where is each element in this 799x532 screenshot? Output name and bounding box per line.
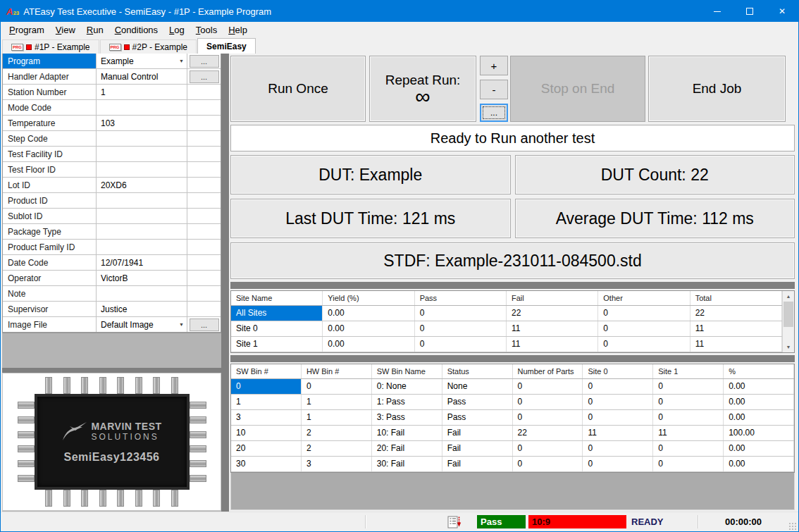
- bin-table-cell[interactable]: 0: [583, 457, 653, 471]
- property-value-field[interactable]: [97, 240, 187, 254]
- bin-table-cell[interactable]: 0: [513, 395, 583, 409]
- site-table-header-yield[interactable]: Yield (%): [323, 291, 414, 305]
- minimize-button[interactable]: [701, 1, 733, 22]
- site-table-cell[interactable]: 0: [415, 306, 507, 321]
- bin-table-cell[interactable]: 100.00: [724, 426, 794, 440]
- bin-table-cell[interactable]: 30: [231, 457, 302, 471]
- panel-splitter[interactable]: [221, 54, 229, 512]
- property-label[interactable]: Note: [3, 286, 97, 301]
- bin-table-cell[interactable]: Fail: [442, 426, 513, 440]
- bin-table-cell[interactable]: 0: [653, 457, 724, 471]
- site-table-cell[interactable]: 0: [598, 337, 690, 352]
- menu-help[interactable]: Help: [223, 23, 253, 37]
- site-table-cell[interactable]: 11: [507, 337, 598, 352]
- site-table-cell[interactable]: 22: [690, 306, 782, 321]
- bin-table-cell[interactable]: 0.00: [724, 395, 794, 409]
- site-table-cell[interactable]: 11: [690, 337, 782, 352]
- browse-button[interactable]: ...: [190, 55, 219, 68]
- site-table-cell[interactable]: 0: [415, 321, 507, 336]
- bin-table-cell[interactable]: 0: [583, 441, 653, 456]
- site-table-header-site-name[interactable]: Site Name: [231, 291, 323, 305]
- resize-grip-icon[interactable]: [788, 522, 798, 531]
- property-label[interactable]: Product Family ID: [3, 240, 97, 254]
- bin-table-cell[interactable]: 2: [302, 426, 372, 440]
- property-label[interactable]: Step Code: [3, 131, 97, 146]
- run-once-button[interactable]: Run Once: [230, 56, 366, 122]
- dropdown-arrow-icon[interactable]: ▼: [176, 322, 187, 327]
- property-value-field[interactable]: [97, 286, 187, 301]
- property-label[interactable]: Program: [3, 54, 97, 68]
- site-table-cell[interactable]: 0: [598, 321, 690, 336]
- bin-table-header-number-of-parts[interactable]: Number of Parts: [513, 364, 583, 378]
- bin-table-header-sw-bin-name[interactable]: SW Bin Name: [372, 364, 442, 378]
- bin-table-cell[interactable]: 0: [513, 379, 583, 394]
- site-table-cell[interactable]: All Sites: [231, 306, 323, 321]
- bin-table-cell[interactable]: 1: Pass: [372, 395, 442, 409]
- bin-table-cell[interactable]: 0: None: [372, 379, 442, 394]
- menu-program[interactable]: Program: [4, 23, 50, 37]
- end-job-button[interactable]: End Job: [648, 56, 786, 122]
- site-table-splitter[interactable]: [230, 282, 795, 289]
- bin-table-header-sw-bin[interactable]: SW Bin #: [231, 364, 302, 378]
- bin-table-cell[interactable]: 0: [583, 395, 653, 409]
- bin-table-header-[interactable]: %: [724, 364, 794, 378]
- property-value-field[interactable]: [97, 209, 187, 223]
- bin-table-cell[interactable]: 0: [231, 379, 302, 394]
- property-value-field[interactable]: [97, 147, 187, 161]
- property-value-field[interactable]: [97, 162, 187, 177]
- tab-1p-example[interactable]: PRG#1P - Example: [2, 39, 99, 54]
- site-table-header-total[interactable]: Total: [690, 291, 782, 305]
- browse-button[interactable]: ...: [190, 318, 219, 331]
- property-label[interactable]: Station Number: [3, 85, 97, 99]
- property-label[interactable]: Mode Code: [3, 100, 97, 115]
- repeat-run-button[interactable]: Repeat Run: ∞: [369, 56, 476, 122]
- property-value-field[interactable]: [97, 193, 187, 208]
- property-label[interactable]: Supervisor: [3, 302, 97, 316]
- scroll-up-icon[interactable]: ▲: [783, 291, 794, 302]
- property-value-field[interactable]: Manual Control: [97, 69, 187, 84]
- bin-table-cell[interactable]: 10: Fail: [372, 426, 442, 440]
- bin-table-cell[interactable]: None: [442, 379, 513, 394]
- property-value-field[interactable]: [97, 131, 187, 146]
- bin-table-cell[interactable]: 20: [231, 441, 302, 456]
- property-value-field[interactable]: VictorB: [97, 271, 187, 285]
- site-table-header-pass[interactable]: Pass: [415, 291, 507, 305]
- site-table-cell[interactable]: Site 0: [231, 321, 323, 336]
- property-value-field[interactable]: 12/07/1941: [97, 255, 187, 270]
- menu-conditions[interactable]: Conditions: [109, 23, 163, 37]
- bin-table-cell[interactable]: 0: [653, 379, 724, 394]
- site-table-header-other[interactable]: Other: [598, 291, 690, 305]
- menu-log[interactable]: Log: [163, 23, 190, 37]
- repeat-options-button[interactable]: ...: [480, 104, 508, 122]
- property-label[interactable]: Sublot ID: [3, 209, 97, 223]
- increment-button[interactable]: +: [480, 56, 508, 75]
- bin-table-cell[interactable]: 0: [653, 395, 724, 409]
- menu-tools[interactable]: Tools: [190, 23, 223, 37]
- bin-table-cell[interactable]: 0.00: [724, 457, 794, 471]
- bin-table-cell[interactable]: 20: Fail: [372, 441, 442, 456]
- bin-table-cell[interactable]: Pass: [442, 410, 513, 425]
- bin-table-cell[interactable]: 0: [513, 410, 583, 425]
- bin-table-cell[interactable]: 0: [513, 457, 583, 471]
- site-table-header-fail[interactable]: Fail: [507, 291, 598, 305]
- bin-table-header-hw-bin[interactable]: HW Bin #: [302, 364, 372, 378]
- site-table-cell[interactable]: 0: [598, 306, 690, 321]
- bin-table-cell[interactable]: 3: [302, 457, 372, 471]
- bin-table-header-site-0[interactable]: Site 0: [583, 364, 653, 378]
- property-value-field[interactable]: [97, 224, 187, 239]
- site-table-cell[interactable]: 0.00: [323, 337, 414, 352]
- stop-on-end-button[interactable]: Stop on End: [510, 56, 645, 122]
- property-value-field[interactable]: 1: [97, 85, 187, 99]
- bin-table-cell[interactable]: 2: [302, 441, 372, 456]
- site-table-cell[interactable]: 22: [507, 306, 598, 321]
- close-button[interactable]: ✕: [766, 1, 798, 22]
- bin-table-cell[interactable]: 0.00: [724, 441, 794, 456]
- decrement-button[interactable]: -: [480, 80, 508, 99]
- property-label[interactable]: Lot ID: [3, 178, 97, 192]
- site-table-cell[interactable]: 0: [415, 337, 507, 352]
- bin-table-cell[interactable]: 0: [302, 379, 372, 394]
- site-table-scrollbar[interactable]: ▲ ▼: [782, 291, 794, 352]
- site-table-cell[interactable]: 11: [507, 321, 598, 336]
- bin-table-cell[interactable]: 1: [231, 395, 302, 409]
- browse-button[interactable]: ...: [190, 70, 219, 83]
